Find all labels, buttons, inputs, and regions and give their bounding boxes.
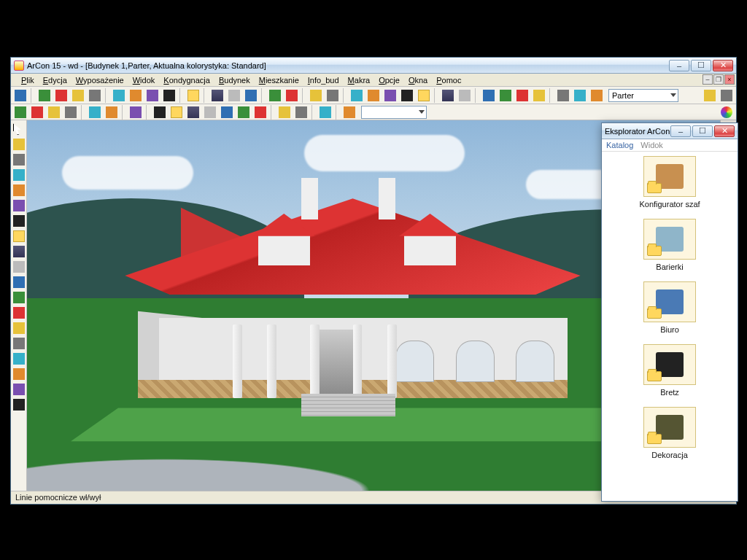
catalog-item[interactable]: Konfigurator szaf: [605, 156, 735, 209]
menu-okna[interactable]: Okna: [404, 74, 432, 86]
export-icon[interactable]: [144, 88, 160, 104]
explorer-body[interactable]: Konfigurator szafBarierkiBiuroBretzDekor…: [602, 152, 738, 501]
undo-icon[interactable]: [87, 88, 103, 104]
menu-mieszkanie[interactable]: Mieszkanie: [255, 74, 303, 86]
menu-infobud[interactable]: Info_bud: [303, 74, 344, 86]
grid-dots-icon[interactable]: [349, 88, 365, 104]
cross-icon[interactable]: [555, 88, 571, 104]
move-icon[interactable]: [317, 104, 333, 120]
menu-opcje[interactable]: Opcje: [374, 74, 404, 86]
catalog-item[interactable]: Bretz: [605, 344, 735, 397]
x-icon[interactable]: [12, 183, 26, 198]
scanner-icon[interactable]: [12, 382, 26, 397]
explorer-maximize-button[interactable]: ☐: [692, 125, 713, 137]
menu-edycja[interactable]: Edycja: [39, 74, 71, 86]
balance-icon[interactable]: [12, 367, 26, 381]
menu-widok[interactable]: Widok: [128, 74, 160, 86]
help-icon[interactable]: [719, 88, 735, 104]
mdi-restore-button[interactable]: ❐: [713, 74, 724, 85]
stairs-icon[interactable]: [12, 321, 26, 335]
new-window-icon[interactable]: [46, 104, 62, 120]
explorer-close-button[interactable]: ✕: [714, 125, 735, 137]
menu-budynek[interactable]: Budynek: [214, 74, 255, 86]
dark-icon[interactable]: [416, 88, 432, 104]
sun-icon[interactable]: [12, 306, 26, 320]
record-combo[interactable]: [361, 106, 427, 119]
cursor-icon[interactable]: [12, 122, 26, 136]
rotate-left-icon[interactable]: [243, 88, 259, 104]
explorer-menu-katalog[interactable]: Katalog: [606, 141, 633, 149]
hatch-icon[interactable]: [382, 88, 398, 104]
menu-pomoc[interactable]: Pomoc: [432, 74, 465, 86]
window-icon[interactable]: [185, 88, 201, 104]
play-play-icon[interactable]: [202, 104, 218, 120]
open-icon[interactable]: [53, 88, 69, 104]
design-mode-icon[interactable]: [12, 88, 28, 104]
rotate-right-icon[interactable]: [267, 88, 283, 104]
cube-green-icon[interactable]: [63, 104, 79, 120]
palette-icon[interactable]: [719, 104, 735, 120]
split-red-icon[interactable]: [457, 88, 473, 104]
select-rect-icon[interactable]: [12, 137, 26, 152]
text-abc-icon[interactable]: [514, 88, 530, 104]
explorer-menu-widok[interactable]: Widok: [640, 141, 663, 149]
mirror-h-icon[interactable]: [12, 275, 26, 289]
play-stop-icon[interactable]: [185, 104, 201, 120]
explorer-minimize-button[interactable]: –: [670, 125, 691, 137]
spark-icon[interactable]: [104, 104, 120, 120]
mdi-minimize-button[interactable]: –: [703, 74, 713, 85]
tape-icon[interactable]: [12, 152, 26, 167]
hatch-diag-icon[interactable]: [589, 88, 605, 104]
device-icon[interactable]: [12, 397, 26, 412]
bracket-icon[interactable]: [12, 168, 26, 182]
catalog-item[interactable]: Dekoracja: [605, 407, 735, 459]
xyz-icon[interactable]: [531, 88, 547, 104]
building-yellow-icon[interactable]: [12, 104, 28, 120]
palette-icon[interactable]: [161, 88, 177, 104]
record-icon[interactable]: [341, 104, 357, 120]
chair-icon[interactable]: [12, 214, 26, 228]
dots-icon[interactable]: [128, 104, 144, 120]
play-start-icon[interactable]: [152, 104, 168, 120]
pencil-icon[interactable]: [12, 336, 26, 351]
split-view-icon[interactable]: [481, 88, 497, 104]
grid-icon[interactable]: [365, 88, 382, 104]
brush-icon[interactable]: [12, 351, 26, 366]
text-zoom-icon[interactable]: [308, 88, 324, 104]
sofa-icon[interactable]: [12, 229, 26, 244]
wedge-icon[interactable]: [572, 88, 588, 104]
mirror-v-icon[interactable]: [12, 290, 26, 305]
maximize-button[interactable]: ☐: [691, 60, 711, 71]
shelf-icon[interactable]: [276, 104, 293, 120]
email-icon[interactable]: [111, 88, 127, 104]
sheet-icon[interactable]: [36, 88, 53, 104]
save-icon[interactable]: [70, 88, 86, 104]
door-red-icon[interactable]: [293, 104, 309, 120]
copy-floor-icon[interactable]: [226, 88, 242, 104]
menu-makra[interactable]: Makra: [344, 74, 375, 86]
mdi-close-button[interactable]: ×: [724, 74, 735, 85]
minimize-button[interactable]: –: [669, 60, 689, 71]
menu-kondygnacja[interactable]: Kondygnacja: [159, 74, 214, 86]
bed-icon[interactable]: [12, 244, 26, 259]
hatchwin-icon[interactable]: [498, 88, 514, 104]
close-button[interactable]: ✕: [713, 60, 733, 71]
green-window-icon[interactable]: [440, 88, 456, 104]
play-next-icon[interactable]: [236, 104, 252, 120]
menu-plik[interactable]: Plik: [17, 74, 39, 86]
layers-icon[interactable]: [209, 88, 225, 104]
hatch2-icon[interactable]: [399, 88, 415, 104]
lamp-icon[interactable]: [12, 198, 26, 213]
play-end-icon[interactable]: [252, 104, 268, 120]
zoom-icon[interactable]: [284, 88, 300, 104]
book-icon[interactable]: [702, 88, 718, 104]
bolt-icon[interactable]: [87, 104, 103, 120]
folder-yellow-icon[interactable]: [29, 104, 45, 120]
print-icon[interactable]: [128, 88, 144, 104]
floor-combo[interactable]: Parter: [608, 89, 678, 102]
menu-wyposaenie[interactable]: Wyposażenie: [71, 74, 128, 86]
target-icon[interactable]: [325, 88, 341, 104]
catalog-item[interactable]: Biuro: [605, 281, 735, 334]
catalog-item[interactable]: Barierki: [605, 219, 735, 271]
play-pause-icon[interactable]: [219, 104, 235, 120]
